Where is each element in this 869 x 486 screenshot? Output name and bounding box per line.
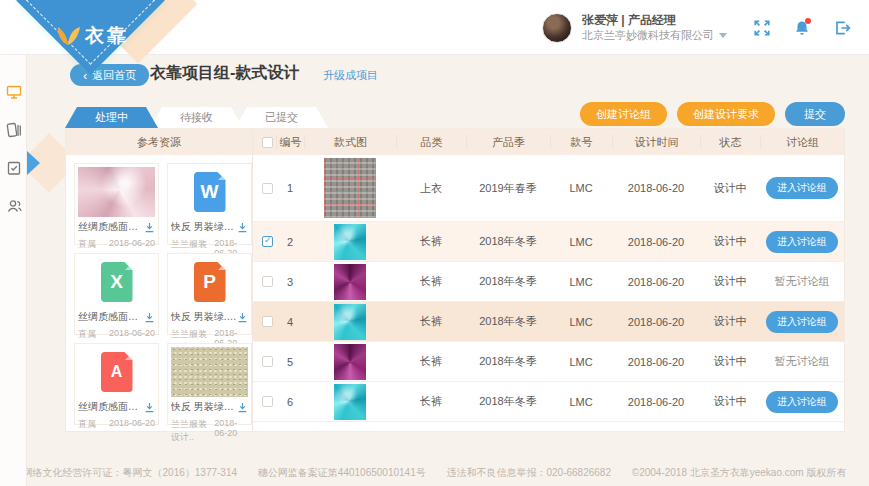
no-discussion-text: 暂无讨论组 <box>775 274 830 289</box>
table-row: 5 长裤 2018年冬季 LMC 2018-06-20 设计中 暂无讨论组 <box>253 342 844 382</box>
download-icon[interactable] <box>144 402 155 413</box>
company-selector[interactable]: 北京兰亭妙微科技有限公司 <box>582 28 727 43</box>
row-checkbox[interactable] <box>262 236 273 247</box>
status-text: 设计中 <box>700 274 760 289</box>
main-panel: 参考资源 丝绸质感面料.JPG 直属 2018-06-20 W 快反 男装绿毛.… <box>65 128 845 432</box>
create-design-requirement-button[interactable]: 创建设计要求 <box>677 102 775 126</box>
select-all-checkbox[interactable] <box>262 137 273 148</box>
top-bar: 张爱萍 | 产品经理 北京兰亭妙微科技有限公司 <box>0 0 869 55</box>
file-source: 直属 <box>78 238 96 251</box>
status-text: 设计中 <box>700 234 760 249</box>
logout-icon[interactable] <box>833 19 851 37</box>
company-name: 北京兰亭妙微科技有限公司 <box>582 28 714 43</box>
enter-discussion-button[interactable]: 进入讨论组 <box>766 391 838 413</box>
logo-text: 衣靠 <box>85 23 129 49</box>
footer: 网络文化经营许可证：粤网文（2016）1377-314 穗公网监备案证第4401… <box>0 466 869 480</box>
sidebar-item-workspace[interactable] <box>0 77 27 107</box>
sidebar-item-contacts[interactable] <box>0 191 27 221</box>
file-card[interactable]: A 丝绸质感面料.PDF 直属 2018-06-20 <box>74 343 159 425</box>
enter-discussion-button[interactable]: 进入讨论组 <box>766 311 838 333</box>
file-name: 快反 男装绿...PPTX <box>171 310 237 324</box>
download-icon[interactable] <box>144 312 155 323</box>
enter-discussion-button[interactable]: 进入讨论组 <box>766 177 838 199</box>
file-card[interactable]: P 快反 男装绿...PPTX 兰兰服装设计.. 2018-06-20 <box>167 253 252 335</box>
footer-report: 违法和不良信息举报：020-66826682 <box>446 467 611 478</box>
clipboard-check-icon <box>6 160 22 176</box>
fabric-swatch-cyan[interactable] <box>334 224 366 260</box>
file-source: 直属 <box>78 328 96 341</box>
row-checkbox[interactable] <box>262 316 273 327</box>
sidebar-item-tasks[interactable] <box>0 153 27 183</box>
col-header-no: 编号 <box>276 135 304 149</box>
col-header-style-image: 款式图 <box>304 135 396 149</box>
resources-header: 参考资源 <box>66 129 252 155</box>
download-icon[interactable] <box>237 222 248 233</box>
tab-submitted[interactable]: 已提交 <box>235 107 328 128</box>
reference-resources-panel: 参考资源 丝绸质感面料.JPG 直属 2018-06-20 W 快反 男装绿毛.… <box>66 129 253 431</box>
word-file-icon: W <box>194 172 226 212</box>
col-header-design-time: 设计时间 <box>612 135 700 149</box>
notification-dot <box>805 18 811 24</box>
table-row: 1 上衣 2019年春季 LMC 2018-06-20 设计中 进入讨论组 <box>253 155 844 222</box>
pink-silk-thumbnail <box>78 167 155 217</box>
status-text: 设计中 <box>700 354 760 369</box>
col-header-style-no: 款号 <box>550 135 612 149</box>
download-icon[interactable] <box>237 402 248 413</box>
status-text: 设计中 <box>700 181 760 196</box>
file-name: 快反 男装绿毛...JPG <box>171 400 237 414</box>
notifications-bell-icon[interactable] <box>793 19 811 37</box>
footer-copyright: ©2004-2018 北京圣方衣靠yeekao.com 版权所有 <box>632 467 847 478</box>
ppt-file-icon: P <box>194 262 226 302</box>
file-card[interactable]: X 丝绸质感面料.xsl 直属 2018-06-20 <box>74 253 159 335</box>
people-icon <box>6 198 22 214</box>
status-text: 设计中 <box>700 394 760 409</box>
fabric-swatch-cyan[interactable] <box>334 304 366 340</box>
enter-discussion-button[interactable]: 进入讨论组 <box>766 231 838 253</box>
fullscreen-icon[interactable] <box>753 19 771 37</box>
excel-file-icon: X <box>101 262 133 302</box>
file-name: 丝绸质感面料.JPG <box>78 220 144 234</box>
resources-grid: 丝绸质感面料.JPG 直属 2018-06-20 W 快反 男装绿毛...doc… <box>66 155 252 433</box>
tab-processing[interactable]: 处理中 <box>65 107 158 128</box>
create-discussion-group-button[interactable]: 创建讨论组 <box>580 102 667 126</box>
styles-table: 编号 款式图 品类 产品季 款号 设计时间 状态 讨论组 1 上衣 2019年春… <box>253 129 844 431</box>
file-name: 丝绸质感面料.xsl <box>78 310 144 324</box>
status-text: 设计中 <box>700 314 760 329</box>
submit-button[interactable]: 提交 <box>785 102 845 126</box>
col-header-category: 品类 <box>396 135 466 149</box>
sidebar-item-resources[interactable] <box>0 115 27 145</box>
back-home-button[interactable]: ‹ 返回首页 <box>70 64 149 86</box>
upgrade-project-link[interactable]: 升级成项目 <box>323 68 378 83</box>
avatar[interactable] <box>542 13 572 43</box>
file-source: 兰兰服装设计.. <box>171 418 214 444</box>
logo[interactable]: 衣靠 <box>55 23 129 49</box>
table-header: 编号 款式图 品类 产品季 款号 设计时间 状态 讨论组 <box>253 129 844 155</box>
file-card[interactable]: 丝绸质感面料.JPG 直属 2018-06-20 <box>74 163 159 245</box>
footer-filing: 穗公网监备案证第44010650010141号 <box>258 467 426 478</box>
row-checkbox[interactable] <box>262 396 273 407</box>
file-name: 丝绸质感面料.PDF <box>78 400 144 414</box>
monitor-icon <box>6 84 22 100</box>
fabric-swatch-purple[interactable] <box>334 344 366 380</box>
file-date: 2018-06-20 <box>109 418 155 431</box>
file-name: 快反 男装绿毛...doc <box>171 220 237 234</box>
file-date: 2018-06-20 <box>214 418 248 444</box>
file-card[interactable]: 快反 男装绿毛...JPG 兰兰服装设计.. 2018-06-20 <box>167 343 252 425</box>
chevron-down-icon <box>719 33 727 38</box>
row-checkbox[interactable] <box>262 356 273 367</box>
row-checkbox[interactable] <box>262 276 273 287</box>
table-row: 6 长裤 2018年冬季 LMC 2018-06-20 设计中 进入讨论组 <box>253 382 844 422</box>
download-icon[interactable] <box>144 222 155 233</box>
row-checkbox[interactable] <box>262 183 273 194</box>
table-row: 4 长裤 2018年冬季 LMC 2018-06-20 设计中 进入讨论组 <box>253 302 844 342</box>
col-header-status: 状态 <box>700 135 760 149</box>
fabric-swatch-purple[interactable] <box>334 264 366 300</box>
file-card[interactable]: W 快反 男装绿毛...doc 兰兰服装设计.. 2018-06-20 <box>167 163 252 245</box>
fabric-swatch-cyan[interactable] <box>334 384 366 420</box>
tab-pending[interactable]: 待接收 <box>150 107 243 128</box>
fabric-swatch-plaid[interactable] <box>324 158 376 218</box>
download-icon[interactable] <box>237 312 248 323</box>
toolbar: 创建讨论组 创建设计要求 提交 <box>580 102 845 126</box>
footer-license: 网络文化经营许可证：粤网文（2016）1377-314 <box>23 467 238 478</box>
sidebar-expand-arrow[interactable] <box>27 151 40 175</box>
